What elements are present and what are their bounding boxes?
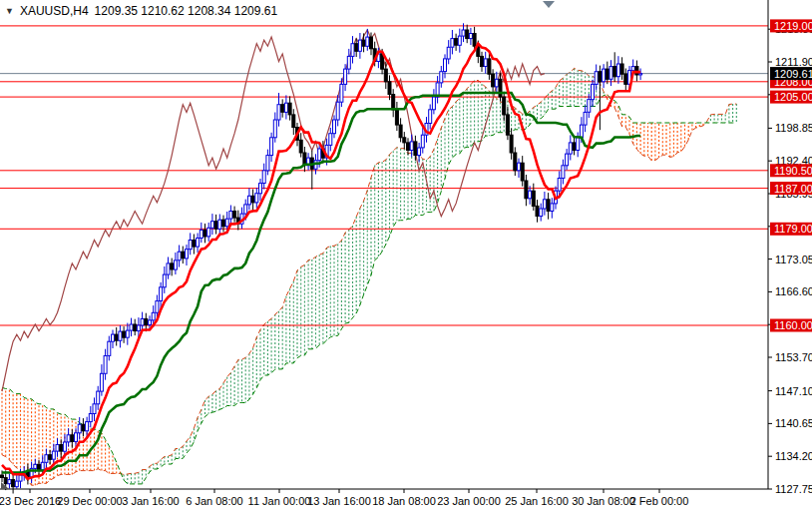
bear-candle (145, 318, 148, 324)
bull-candle (410, 142, 413, 151)
bull-candle (270, 138, 273, 156)
bull-candle (277, 105, 280, 120)
bull-candle (108, 341, 111, 355)
bull-candle (163, 274, 166, 287)
bear-candle (115, 334, 118, 340)
bear-candle (414, 142, 417, 156)
bull-candle (186, 250, 189, 258)
bear-candle (1, 475, 4, 478)
bear-candle (514, 153, 517, 171)
bear-candle (370, 37, 373, 49)
bull-candle (540, 209, 543, 217)
trading-chart-window[interactable]: ▼ XAUUSD,H4 1209.35 1210.62 1208.34 1209… (0, 0, 812, 513)
chart-shift-marker-icon[interactable] (543, 1, 555, 8)
bear-candle (499, 79, 502, 97)
bull-candle (100, 373, 103, 391)
bull-candle (174, 260, 177, 269)
bear-candle (123, 331, 126, 337)
price-tick-label: 1198.85 (775, 122, 812, 134)
date-tick-label: 23 Jan 00:00 (437, 495, 501, 507)
bear-candle (49, 455, 52, 460)
date-tick-label: 3 Jan 16:00 (122, 495, 180, 507)
bear-candle (60, 445, 63, 452)
bear-candle (473, 34, 476, 47)
bull-candle (358, 40, 361, 51)
price-level-label: 1219.00 (774, 20, 812, 32)
bear-candle (171, 263, 174, 269)
bull-candle (52, 451, 55, 459)
bull-candle (609, 67, 612, 80)
date-tick-label: 29 Dec 00:00 (57, 495, 122, 507)
bull-candle (592, 84, 595, 99)
price-chart-canvas[interactable]: 1218.351211.901205.451198.851192.401185.… (0, 0, 812, 513)
bear-candle (532, 191, 535, 206)
bull-candle (432, 97, 435, 110)
bull-candle (130, 324, 133, 330)
bull-candle (631, 67, 634, 71)
bull-candle (266, 156, 269, 171)
bull-candle (247, 196, 250, 205)
bull-candle (167, 263, 170, 274)
bull-candle (86, 422, 89, 431)
bull-candle (152, 312, 155, 320)
bull-candle (225, 219, 228, 227)
bear-candle (233, 212, 236, 219)
bull-candle (67, 435, 70, 442)
tenkan-sen-line (2, 44, 640, 479)
bear-candle (251, 196, 254, 203)
bear-candle (362, 40, 365, 46)
bull-candle (45, 455, 48, 463)
bull-candle (458, 36, 461, 45)
bear-candle (599, 72, 602, 82)
bear-candle (573, 143, 576, 151)
price-tick-label: 1166.60 (775, 285, 812, 297)
bear-candle (506, 115, 509, 135)
bear-candle (203, 230, 206, 237)
bear-candle (455, 39, 458, 46)
bear-candle (384, 69, 387, 82)
bull-candle (56, 445, 59, 452)
price-level-label: 1160.00 (774, 319, 812, 331)
bull-candle (580, 125, 583, 138)
chart-symbol-period: XAUUSD,H4 (20, 4, 89, 18)
symbol-dropdown-triangle-icon[interactable]: ▼ (5, 7, 14, 16)
price-tick-label: 1153.70 (775, 351, 812, 363)
bull-candle (595, 72, 598, 85)
bull-candle (447, 47, 450, 59)
bear-candle (388, 82, 391, 95)
bear-candle (82, 424, 85, 431)
bear-candle (355, 44, 358, 52)
bull-candle (210, 222, 213, 229)
bull-candle (229, 212, 232, 220)
bull-candle (284, 103, 287, 112)
bull-candle (543, 200, 546, 209)
bull-candle (329, 134, 332, 146)
bear-candle (288, 103, 291, 115)
bull-candle (141, 318, 144, 325)
bear-candle (4, 478, 7, 484)
bull-candle (444, 59, 447, 72)
bear-candle (613, 67, 616, 77)
chart-title: ▼ XAUUSD,H4 1209.35 1210.62 1208.34 1209… (5, 4, 277, 18)
date-tick-label: 6 Jan 08:00 (186, 495, 243, 507)
bull-candle (336, 102, 339, 120)
price-level-label: 1190.50 (774, 165, 812, 177)
price-tick-label: 1134.20 (775, 450, 812, 462)
bull-candle (639, 74, 642, 75)
bull-candle (207, 228, 210, 237)
date-tick-label: 13 Jan 16:00 (307, 495, 371, 507)
bull-candle (495, 79, 498, 87)
bull-candle (259, 184, 262, 194)
bull-candle (273, 120, 276, 138)
bull-candle (104, 356, 107, 374)
date-tick-label: 25 Jan 16:00 (505, 495, 569, 507)
bear-candle (399, 125, 402, 138)
bull-candle (588, 100, 591, 113)
bull-candle (318, 149, 321, 161)
bull-candle (469, 34, 472, 39)
bull-candle (340, 84, 343, 102)
date-tick-label: 2 Feb 00:00 (630, 495, 689, 507)
price-tick-label: 1173.05 (775, 254, 812, 265)
bull-candle (218, 220, 221, 229)
bull-candle (603, 69, 606, 82)
